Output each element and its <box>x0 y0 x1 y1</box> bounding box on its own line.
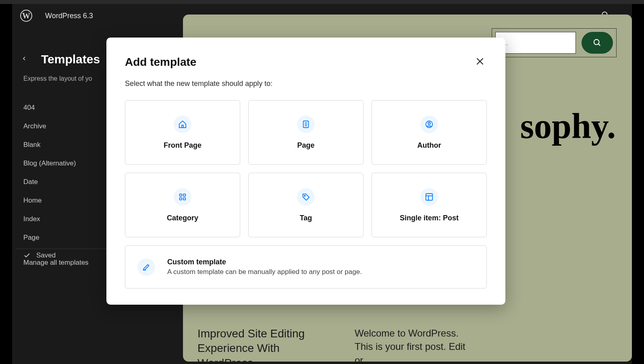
card-label: Single item: Post <box>400 214 459 222</box>
card-label: Tag <box>300 214 312 222</box>
page-icon <box>297 115 315 133</box>
category-icon <box>174 188 191 206</box>
add-template-modal: Add template Select what the new templat… <box>106 38 505 305</box>
template-card-single-post[interactable]: Single item: Post <box>372 173 487 237</box>
template-card-front-page[interactable]: Front Page <box>125 100 240 165</box>
card-label: Page <box>297 141 314 150</box>
template-card-tag[interactable]: Tag <box>248 173 364 237</box>
card-label: Front Page <box>164 141 202 150</box>
svg-rect-12 <box>180 194 182 196</box>
svg-rect-14 <box>180 197 182 200</box>
svg-rect-15 <box>183 197 186 200</box>
modal-overlay: Add template Select what the new templat… <box>12 4 632 364</box>
svg-rect-17 <box>426 193 433 200</box>
custom-template-title: Custom template <box>167 258 362 266</box>
svg-rect-13 <box>183 194 186 196</box>
close-icon[interactable] <box>473 54 487 70</box>
author-icon <box>420 115 438 133</box>
svg-point-16 <box>304 195 305 196</box>
card-label: Category <box>167 214 198 222</box>
layout-icon <box>420 188 438 206</box>
pencil-icon <box>137 258 155 276</box>
home-icon <box>174 115 191 133</box>
modal-title: Add template <box>125 56 196 69</box>
template-card-custom[interactable]: Custom template A custom template can be… <box>125 245 487 289</box>
tag-icon <box>297 188 315 206</box>
modal-subtitle: Select what the new template should appl… <box>125 79 487 88</box>
template-card-category[interactable]: Category <box>125 173 240 237</box>
template-card-author[interactable]: Author <box>372 100 487 165</box>
svg-point-11 <box>428 122 430 124</box>
custom-template-description: A custom template can be manually applie… <box>167 268 362 276</box>
card-label: Author <box>418 141 441 150</box>
template-card-page[interactable]: Page <box>248 100 364 165</box>
